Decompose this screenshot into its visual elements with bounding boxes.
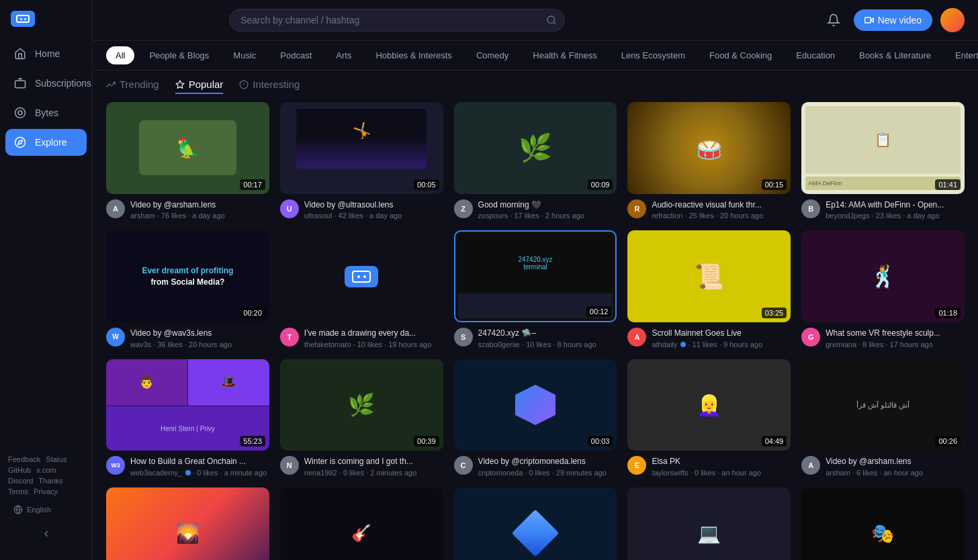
video-card[interactable]: 🦜 00:17 A Video by @arsham.lens arsham ·… — [106, 102, 269, 220]
category-tab-entertainment[interactable]: Entertainment — [946, 46, 978, 64]
channel-avatar: W3 — [106, 456, 125, 475]
video-duration: 55:23 — [240, 436, 265, 447]
sidebar: Home Subscriptions Bytes — [0, 0, 93, 560]
footer-link-privacy[interactable]: Privacy — [34, 487, 58, 496]
category-tab-education[interactable]: Education — [787, 46, 844, 64]
category-bar: All People & Blogs Music Podcast Arts Ho… — [93, 41, 978, 71]
video-duration: 00:17 — [240, 179, 265, 190]
video-title: How to Build a Great Onchain ... — [130, 456, 269, 467]
category-tab-arts[interactable]: Arts — [326, 46, 361, 64]
video-card[interactable]: 00:03 C Video by @criptomoneda.lens crip… — [454, 359, 617, 477]
video-stats: criptomoneda · 0 likes · 29 minutes ago — [478, 469, 617, 477]
user-avatar[interactable] — [940, 8, 965, 32]
video-title: Ep14: AMA with DeFinn - Open... — [826, 199, 965, 211]
globe-icon — [13, 505, 23, 514]
video-card[interactable]: آش قالتلو آش قرأ 00:26 A Video by @arsha… — [801, 359, 965, 477]
video-title: 247420.xyz 🛸– — [478, 328, 617, 339]
home-icon — [13, 47, 27, 60]
search-input[interactable] — [229, 9, 565, 32]
video-title: Good morning 🖤 — [478, 199, 617, 211]
video-card[interactable]: 🌿 00:39 N Winter is coming and I got th.… — [280, 359, 443, 477]
video-card[interactable]: ? — [454, 487, 617, 560]
channel-avatar: W — [106, 328, 125, 346]
video-title: What some VR freestyle sculp... — [826, 328, 965, 339]
svg-point-2 — [18, 111, 22, 115]
video-card[interactable]: 💻 ? — [627, 487, 791, 560]
channel-avatar: U — [280, 199, 299, 218]
video-card[interactable]: 📜 03:25 A Scroll Mainnet Goes Live athda… — [627, 230, 791, 348]
footer-link-thanks[interactable]: Thanks — [38, 477, 62, 485]
collapse-sidebar-button[interactable] — [36, 524, 56, 544]
channel-avatar: R — [627, 199, 646, 218]
video-title: Winter is coming and I got th... — [304, 456, 443, 467]
sidebar-item-home[interactable]: Home — [5, 40, 87, 67]
notifications-button[interactable] — [821, 8, 846, 32]
category-tab-food[interactable]: Food & Cooking — [700, 46, 781, 64]
category-tab-all[interactable]: All — [106, 46, 134, 64]
sidebar-item-subscriptions-label: Subscriptions — [35, 78, 91, 89]
footer-link-discord[interactable]: Discord — [8, 477, 33, 485]
channel-avatar: A — [106, 199, 125, 218]
sidebar-item-explore[interactable]: Explore — [5, 129, 87, 156]
main-content: New video All People & Blogs Music Podca… — [93, 0, 978, 560]
video-card[interactable]: 👱‍♀️ 04:49 E Elsa PK taylorswifts · 0 li… — [627, 359, 791, 477]
video-card[interactable]: Ever dreamt of profitingfrom Social Medi… — [106, 230, 269, 348]
search-icon[interactable] — [546, 15, 557, 26]
video-title: Video by @ultrasoul.lens — [304, 199, 443, 211]
svg-marker-4 — [18, 140, 22, 144]
new-video-button[interactable]: New video — [854, 9, 932, 31]
feed-tab-popular[interactable]: Popular — [175, 79, 224, 94]
footer-link-xcom[interactable]: x.com — [36, 466, 56, 474]
category-tab-lens[interactable]: Lens Ecosystem — [612, 46, 695, 64]
sidebar-nav: Home Subscriptions Bytes — [0, 40, 92, 447]
video-stats: arsham · 6 likes · an hour ago — [826, 469, 965, 477]
video-duration: 00:39 — [414, 436, 439, 447]
language-label: English — [27, 506, 51, 514]
category-tab-people-blogs[interactable]: People & Blogs — [140, 46, 218, 64]
category-tab-comedy[interactable]: Comedy — [467, 46, 518, 64]
video-duration: 00:12 — [586, 306, 612, 317]
language-selector[interactable]: English — [8, 501, 84, 518]
video-card[interactable]: 🕺 01:18 G What some VR freestyle sculp..… — [801, 230, 965, 348]
footer-links: Feedback Status GitHub x.com Discord Tha… — [8, 455, 84, 496]
video-duration: 00:09 — [588, 179, 613, 190]
video-card[interactable]: 247420.xyzterminal 00:12 S 247420.xyz 🛸–… — [454, 230, 617, 348]
category-tab-health[interactable]: Health & Fitness — [523, 46, 606, 64]
feed-tab-interesting[interactable]: Interesting — [239, 79, 300, 94]
video-duration: 00:26 — [935, 436, 961, 447]
video-card[interactable]: T I've made a drawing every da... thefak… — [280, 230, 443, 348]
video-stats: arsham · 76 likes · a day ago — [130, 212, 269, 220]
footer-link-status[interactable]: Status — [46, 455, 66, 463]
video-duration: 00:03 — [588, 436, 613, 447]
video-duration: 00:05 — [414, 179, 439, 190]
video-title: Video by @arsham.lens — [130, 199, 269, 211]
footer-link-feedback[interactable]: Feedback — [8, 455, 40, 463]
footer-link-terms[interactable]: Terms — [8, 487, 28, 496]
svg-rect-0 — [15, 81, 26, 88]
video-stats: thefaketomato · 10 likes · 19 hours ago — [304, 340, 443, 348]
video-title: Video by @criptomoneda.lens — [478, 456, 617, 467]
feed-tab-trending[interactable]: Trending — [106, 79, 159, 94]
category-tab-podcast[interactable]: Podcast — [271, 46, 321, 64]
category-tab-hobbies[interactable]: Hobbies & Interests — [366, 46, 461, 64]
footer-link-github[interactable]: GitHub — [8, 466, 31, 474]
video-card[interactable]: 🎭 ? — [801, 487, 965, 560]
category-tab-books[interactable]: Books & Literature — [850, 46, 940, 64]
sidebar-item-subscriptions[interactable]: Subscriptions — [5, 70, 87, 97]
category-tab-music[interactable]: Music — [224, 46, 265, 64]
logo[interactable] — [0, 11, 92, 40]
video-card[interactable]: 🌿 00:09 Z Good morning 🖤 zospours · 17 l… — [454, 102, 617, 220]
sidebar-item-bytes[interactable]: Bytes — [5, 99, 87, 126]
video-card[interactable]: 🎸 ? — [280, 487, 443, 560]
subscriptions-icon — [13, 77, 27, 90]
sidebar-item-bytes-label: Bytes — [35, 107, 58, 118]
video-card[interactable]: 🤸 00:05 U Video by @ultrasoul.lens ultra… — [280, 102, 443, 220]
feed-tab-interesting-label: Interesting — [253, 79, 300, 90]
video-card[interactable]: 🥁 00:15 R Audio-reactive visual funk thr… — [627, 102, 791, 220]
channel-avatar: Z — [454, 199, 473, 218]
video-card[interactable]: 🌄 ? — [106, 487, 269, 560]
video-card[interactable]: 👨 🎩 Henri Stern | Privy 55:23 W3 How to … — [106, 359, 269, 477]
video-stats: zospours · 17 likes · 2 hours ago — [478, 212, 617, 220]
video-card[interactable]: 📋 AMA DeFinn 01:41 B Ep14: AMA with DeFi… — [801, 102, 965, 220]
svg-point-6 — [547, 16, 555, 24]
